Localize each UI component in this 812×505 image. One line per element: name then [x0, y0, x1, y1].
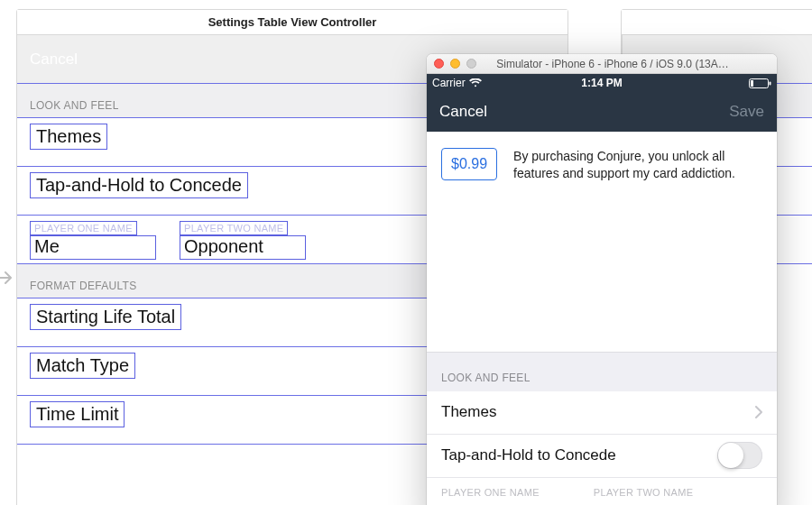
sim-section-header-look-and-feel: LOOK AND FEEL	[427, 352, 777, 391]
purchase-row: $0.99 By purchasing Conjure, you unlock …	[427, 132, 777, 198]
traffic-close-icon[interactable]	[434, 59, 444, 69]
status-carrier: Carrier	[432, 77, 466, 89]
nav-save-button[interactable]: Save	[729, 103, 764, 121]
traffic-minimize-icon[interactable]	[450, 59, 460, 69]
ib-label-match-type: Match Type	[30, 353, 135, 379]
ib-label-tap-hold: Tap-and-Hold to Concede	[30, 172, 248, 198]
ib-label-starting-life: Starting Life Total	[30, 304, 181, 330]
nav-cancel-button[interactable]: Cancel	[439, 103, 487, 121]
ib-player-two-value[interactable]: Opponent	[180, 235, 306, 260]
purchase-price-button[interactable]: $0.99	[441, 148, 497, 180]
ib-scene-title: Settings Table View Controller	[17, 10, 567, 35]
svg-rect-2	[751, 80, 753, 87]
sim-label-themes: Themes	[441, 403, 496, 421]
ib-scene-secondary-title: S	[622, 10, 812, 35]
switch-knob-icon	[718, 443, 743, 468]
svg-rect-1	[770, 81, 771, 85]
chevron-right-icon	[755, 406, 762, 418]
ios-status-bar: Carrier 1:14 PM	[427, 74, 777, 92]
ib-player-two-label: PLAYER TWO NAME	[180, 221, 288, 235]
status-time: 1:14 PM	[581, 77, 622, 89]
ib-player-two-field[interactable]: PLAYER TWO NAME Opponent	[180, 221, 306, 258]
simulator-titlebar[interactable]: Simulator - iPhone 6 - iPhone 6 / iOS 9.…	[427, 54, 777, 74]
ib-label-time-limit: Time Limit	[30, 401, 125, 427]
sim-player-one-label: PLAYER ONE NAME	[441, 487, 540, 498]
ib-label-themes: Themes	[30, 124, 107, 150]
ib-nav-cancel[interactable]: Cancel	[30, 50, 78, 68]
purchase-blank-area	[427, 198, 777, 352]
sim-player-two-label: PLAYER TWO NAME	[594, 487, 693, 498]
simulator-window-title: Simulator - iPhone 6 - iPhone 6 / iOS 9.…	[483, 58, 770, 70]
sim-label-tap-hold: Tap-and-Hold to Concede	[441, 446, 616, 464]
ib-player-one-label: PLAYER ONE NAME	[30, 221, 137, 235]
traffic-zoom-icon[interactable]	[466, 59, 476, 69]
sim-row-themes[interactable]: Themes	[427, 391, 777, 435]
segue-arrow-icon	[0, 267, 16, 289]
wifi-icon	[469, 78, 482, 87]
simulator-window[interactable]: Simulator - iPhone 6 - iPhone 6 / iOS 9.…	[427, 54, 777, 505]
ios-nav-bar: Cancel Save	[427, 92, 777, 132]
ib-player-one-value[interactable]: Me	[30, 235, 156, 260]
battery-icon	[749, 78, 771, 88]
sim-row-tap-hold[interactable]: Tap-and-Hold to Concede	[427, 435, 777, 478]
sim-player-name-headers: PLAYER ONE NAME PLAYER TWO NAME	[427, 478, 777, 498]
tap-hold-switch[interactable]	[717, 442, 762, 469]
ib-player-one-field[interactable]: PLAYER ONE NAME Me	[30, 221, 156, 258]
purchase-description: By purchasing Conjure, you unlock all fe…	[513, 148, 762, 182]
